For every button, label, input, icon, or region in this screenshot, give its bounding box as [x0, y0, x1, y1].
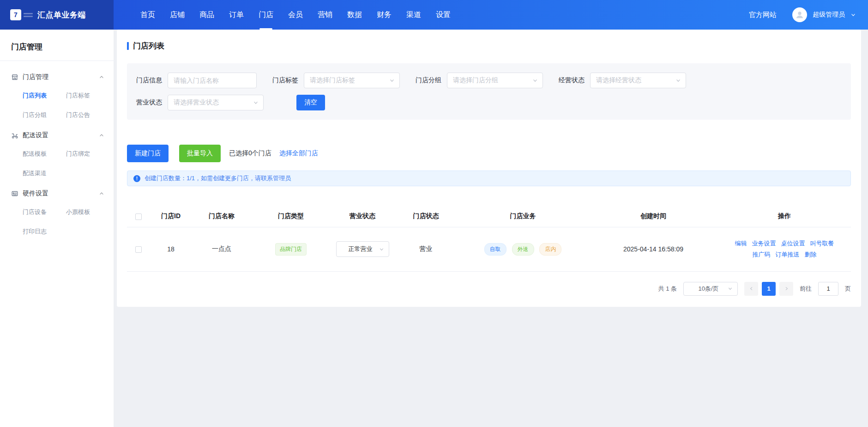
- table-row: 18 一点点 品牌门店 正常营业: [127, 227, 851, 271]
- header-store-name: 门店名称: [192, 206, 252, 227]
- sidebar-group-delivery-settings: 配送设置 配送模板 门店绑定 配送渠道: [0, 131, 114, 177]
- sidebar-item-store-binding[interactable]: 门店绑定: [66, 150, 104, 158]
- nav-item-marketing[interactable]: 营销: [310, 0, 340, 30]
- page-unit-label: 页: [845, 285, 851, 293]
- user-name[interactable]: 超级管理员: [813, 11, 845, 19]
- store-group-select[interactable]: 请选择门店分组: [447, 73, 543, 88]
- nav-item-data[interactable]: 数据: [340, 0, 369, 30]
- select-all-checkbox[interactable]: [135, 214, 142, 220]
- sidebar-item-delivery-template[interactable]: 配送模板: [23, 150, 66, 158]
- nav-item-home[interactable]: 首页: [133, 0, 163, 30]
- header-store-services: 门店业务: [457, 206, 589, 227]
- shop-icon: [11, 73, 18, 81]
- clear-button[interactable]: 清空: [296, 95, 325, 110]
- operation-status-select[interactable]: 请选择经营状态: [590, 73, 686, 88]
- business-status-select[interactable]: 请选择营业状态: [168, 95, 264, 110]
- batch-import-button[interactable]: 批量导入: [179, 145, 221, 162]
- op-promo-code[interactable]: 推广码: [753, 250, 771, 259]
- create-store-button[interactable]: 新建门店: [127, 145, 169, 162]
- service-tag-pickup: 自取: [484, 243, 506, 256]
- chevron-down-icon: [253, 100, 259, 105]
- sidebar-item-delivery-channel[interactable]: 配送渠道: [23, 169, 66, 177]
- sidebar-item-store-groups[interactable]: 门店分组: [23, 111, 66, 119]
- sidebar-item-store-notice[interactable]: 门店公告: [66, 111, 104, 119]
- pager: 1: [744, 282, 793, 296]
- sidebar-title: 门店管理: [0, 30, 114, 61]
- sidebar-item-store-list[interactable]: 门店列表: [23, 92, 66, 100]
- sidebar-group-header-hardware-settings[interactable]: 硬件设置: [11, 189, 104, 198]
- select-all-link[interactable]: 选择全部门店: [279, 149, 318, 158]
- store-tag-select[interactable]: 请选择门店标签: [304, 73, 400, 88]
- brand[interactable]: 7 汇点单业务端: [0, 0, 114, 30]
- navbar-right: 官方网站 超级管理员: [749, 0, 868, 30]
- nav-item-settings[interactable]: 设置: [428, 0, 458, 30]
- main-nav: 首页 店铺 商品 订单 门店 会员 营销 数据 财务 渠道 设置: [133, 0, 458, 30]
- header-store-type: 门店类型: [252, 206, 330, 227]
- filter-store-group: 门店分组 请选择门店分组: [416, 73, 543, 88]
- op-edit[interactable]: 编辑: [735, 239, 747, 248]
- chevron-up-icon: [99, 133, 104, 138]
- sidebar-item-print-log[interactable]: 打印日志: [23, 227, 66, 236]
- row-checkbox[interactable]: [135, 246, 142, 253]
- goto-page-input[interactable]: [818, 282, 838, 296]
- nav-item-shop[interactable]: 店铺: [163, 0, 192, 30]
- nav-item-channel[interactable]: 渠道: [399, 0, 428, 30]
- cell-created-time: 2025-04-14 16:58:09: [589, 227, 718, 271]
- sidebar-item-store-device[interactable]: 门店设备: [23, 208, 66, 216]
- avatar[interactable]: [792, 7, 807, 22]
- op-delete[interactable]: 删除: [805, 250, 817, 259]
- chevron-up-icon: [99, 191, 104, 196]
- page-number-button[interactable]: 1: [762, 282, 776, 296]
- group-items: 配送模板 门店绑定 配送渠道: [23, 140, 104, 177]
- quota-alert: ! 创建门店数量：1/1，如需创建更多门店，请联系管理员: [127, 171, 851, 186]
- cell-store-name: 一点点: [192, 227, 252, 271]
- filter-row-2: 营业状态 请选择营业状态 清空: [136, 95, 842, 110]
- chevron-down-icon: [379, 247, 384, 252]
- op-call-number[interactable]: 叫号取餐: [810, 239, 834, 248]
- sidebar-group-header-store-management[interactable]: 门店管理: [11, 73, 104, 81]
- op-order-push[interactable]: 订单推送: [776, 250, 800, 259]
- selected-count-text: 已选择0个门店: [229, 149, 271, 158]
- sidebar: 门店管理 门店管理 门店列表 门店标签 门店分组 门店公告: [0, 30, 114, 427]
- header-operations: 操作: [718, 206, 851, 227]
- store-table: 门店ID 门店名称 门店类型 营业状态 门店状态 门店业务 创建时间 操作 18: [127, 206, 851, 272]
- nav-item-product[interactable]: 商品: [192, 0, 222, 30]
- official-site-link[interactable]: 官方网站: [749, 11, 777, 19]
- sidebar-item-receipt-template[interactable]: 小票模板: [66, 208, 104, 216]
- sidebar-item-store-tags[interactable]: 门店标签: [66, 92, 104, 100]
- filter-store-info: 门店信息: [136, 73, 257, 88]
- service-tag-delivery: 外送: [512, 243, 534, 256]
- op-table-settings[interactable]: 桌位设置: [781, 239, 805, 248]
- cell-store-type: 品牌门店: [252, 227, 330, 271]
- cell-store-id: 18: [150, 227, 192, 271]
- brand-subtext-decoration: [24, 13, 33, 17]
- hardware-icon: [11, 190, 18, 197]
- nav-item-finance[interactable]: 财务: [369, 0, 399, 30]
- sidebar-group-hardware-settings: 硬件设置 门店设备 小票模板 打印日志: [0, 189, 114, 236]
- next-page-button[interactable]: [779, 282, 793, 296]
- sidebar-group-header-delivery-settings[interactable]: 配送设置: [11, 131, 104, 140]
- header-store-id: 门店ID: [150, 206, 192, 227]
- prev-page-button[interactable]: [744, 282, 758, 296]
- op-business-settings[interactable]: 业务设置: [752, 239, 776, 248]
- group-label: 门店管理: [23, 73, 48, 81]
- row-business-status-select[interactable]: 正常营业: [336, 241, 389, 257]
- nav-item-member[interactable]: 会员: [281, 0, 310, 30]
- sidebar-group-store-management: 门店管理 门店列表 门店标签 门店分组 门店公告: [0, 73, 114, 119]
- filter-row-1: 门店信息 门店标签 请选择门店标签 门店分组: [136, 73, 842, 88]
- group-label: 配送设置: [23, 131, 48, 140]
- page-title: 门店列表: [127, 41, 851, 51]
- page-size-select[interactable]: 10条/页: [683, 282, 738, 296]
- chevron-down-icon: [728, 286, 733, 291]
- store-name-input[interactable]: [168, 73, 257, 88]
- total-count: 共 1 条: [658, 285, 677, 293]
- alert-text: 创建门店数量：1/1，如需创建更多门店，请联系管理员: [145, 174, 291, 183]
- nav-item-store[interactable]: 门店: [251, 0, 281, 30]
- filter-panel: 门店信息 门店标签 请选择门店标签 门店分组: [127, 63, 851, 120]
- chevron-down-icon: [532, 78, 538, 83]
- table-header-row: 门店ID 门店名称 门店类型 营业状态 门店状态 门店业务 创建时间 操作: [127, 206, 851, 227]
- chevron-down-icon[interactable]: [850, 12, 856, 18]
- brand-logo-icon: 7: [10, 9, 21, 20]
- main-content: 门店列表 门店信息 门店标签 请选择门店标签: [114, 30, 868, 427]
- nav-item-order[interactable]: 订单: [222, 0, 251, 30]
